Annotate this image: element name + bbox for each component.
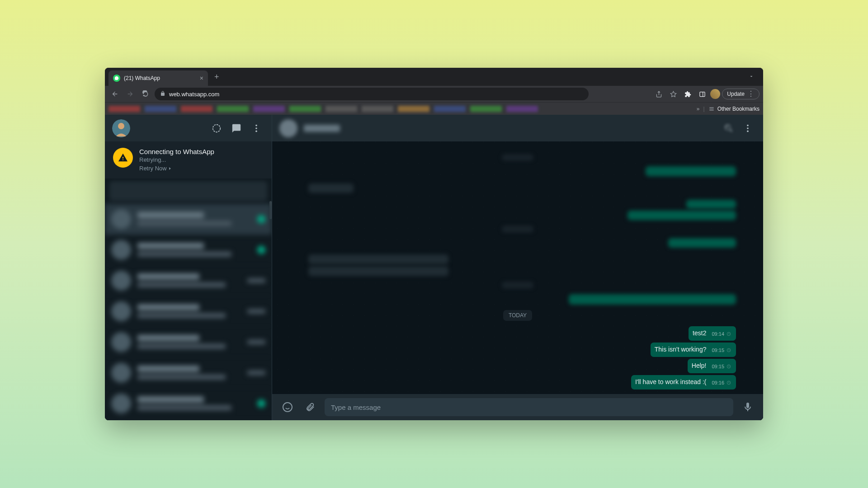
connection-subtitle: Retrying... — [139, 156, 214, 163]
bookmark-item[interactable] — [289, 106, 321, 112]
composer — [272, 394, 763, 420]
clock-icon — [726, 332, 732, 336]
peer-name[interactable] — [304, 125, 340, 132]
message-input-wrapper — [325, 398, 733, 416]
message-text: This isn't working? — [655, 345, 708, 354]
tab-close-icon[interactable]: × — [200, 75, 203, 82]
clock-icon — [726, 348, 732, 352]
browser-window: (21) WhatsApp × + web.whatsapp.com Updat… — [105, 68, 763, 420]
svg-point-5 — [255, 130, 257, 132]
search-in-chat-icon[interactable] — [721, 120, 737, 136]
message-in[interactable] — [308, 183, 354, 193]
status-icon[interactable] — [208, 120, 225, 136]
address-bar[interactable]: web.whatsapp.com — [155, 88, 589, 100]
back-button[interactable] — [108, 88, 121, 100]
nav-bar: web.whatsapp.com Update ⋮ — [105, 86, 763, 102]
bookmark-bar: » | Other Bookmarks — [105, 102, 763, 115]
chat-list-item[interactable] — [105, 204, 272, 235]
other-bookmarks-label: Other Bookmarks — [717, 106, 760, 112]
retry-label: Retry Now — [139, 165, 167, 172]
sidepanel-icon[interactable] — [696, 88, 708, 100]
message-list: TODAY test2 09:14 This isn't working? 09… — [272, 141, 763, 394]
attach-icon[interactable] — [302, 399, 318, 415]
tabs-dropdown-icon[interactable] — [743, 73, 760, 81]
my-avatar[interactable] — [112, 119, 130, 137]
chat-list-item[interactable] — [105, 235, 272, 265]
chat-list-item[interactable] — [105, 388, 272, 419]
message-out[interactable]: Help! 09:15 — [688, 359, 736, 373]
svg-point-2 — [213, 124, 221, 132]
emoji-icon[interactable] — [279, 399, 296, 415]
conversation-menu-icon[interactable] — [740, 120, 756, 136]
sidebar: Connecting to WhatsApp Retrying... Retry… — [105, 115, 272, 420]
bookmark-star-icon[interactable] — [667, 88, 679, 100]
bookmark-item[interactable] — [398, 106, 429, 112]
message-out[interactable]: test2 09:14 — [689, 326, 736, 341]
peer-avatar[interactable] — [279, 119, 297, 137]
chat-list-item[interactable] — [105, 357, 272, 388]
message-out[interactable] — [646, 166, 736, 176]
bookmark-item[interactable] — [506, 106, 538, 112]
connection-banner: Connecting to WhatsApp Retrying... Retry… — [105, 141, 272, 178]
warning-icon — [113, 148, 133, 168]
other-bookmarks-button[interactable]: Other Bookmarks — [708, 106, 760, 112]
extensions-icon[interactable] — [681, 88, 694, 100]
message-in[interactable] — [308, 254, 448, 264]
menu-icon[interactable] — [248, 120, 264, 136]
bookmark-item[interactable] — [362, 106, 393, 112]
message-input[interactable] — [331, 404, 727, 411]
whatsapp-app: Connecting to WhatsApp Retrying... Retry… — [105, 115, 763, 420]
bookmark-item[interactable] — [470, 106, 502, 112]
message-out[interactable]: I'll have to work instead :( 09:16 — [631, 375, 736, 389]
bookmark-item[interactable] — [434, 106, 466, 112]
message-in[interactable] — [308, 266, 448, 276]
day-separator — [502, 282, 533, 288]
chat-list-item[interactable] — [105, 265, 272, 296]
clock-icon — [726, 364, 732, 369]
update-button[interactable]: Update ⋮ — [722, 89, 760, 99]
conversation-header — [272, 115, 763, 141]
svg-point-6 — [747, 124, 749, 126]
url-text: web.whatsapp.com — [169, 91, 219, 98]
profile-avatar[interactable] — [710, 89, 720, 99]
tab-whatsapp[interactable]: (21) WhatsApp × — [108, 70, 208, 86]
tab-bar: (21) WhatsApp × + — [105, 68, 763, 86]
retry-now-link[interactable]: Retry Now — [139, 165, 172, 172]
reload-button[interactable] — [139, 88, 152, 100]
chat-list-item[interactable] — [105, 419, 272, 420]
svg-point-7 — [747, 127, 749, 129]
new-tab-button[interactable]: + — [210, 72, 224, 82]
update-label: Update — [727, 91, 745, 97]
bookmark-item[interactable] — [217, 106, 249, 112]
chat-list-item[interactable] — [105, 296, 272, 327]
message-time: 09:14 — [712, 330, 724, 338]
tab-title: (21) WhatsApp — [124, 75, 196, 81]
share-icon[interactable] — [652, 88, 665, 100]
search-input[interactable] — [109, 181, 267, 201]
message-time: 09:15 — [712, 362, 724, 371]
new-chat-icon[interactable] — [228, 120, 245, 136]
forward-button[interactable] — [124, 88, 137, 100]
message-out[interactable] — [668, 238, 736, 248]
day-separator — [502, 225, 533, 232]
bookmark-item[interactable] — [326, 106, 357, 112]
message-out[interactable] — [569, 294, 736, 305]
sidebar-header — [105, 115, 272, 141]
message-text: Help! — [692, 361, 708, 370]
bookmark-item[interactable] — [145, 106, 176, 112]
chat-list-item[interactable] — [105, 327, 272, 357]
svg-point-13 — [283, 403, 292, 412]
clock-icon — [726, 380, 732, 385]
message-out[interactable] — [686, 200, 736, 209]
svg-point-8 — [747, 130, 749, 132]
whatsapp-favicon — [113, 75, 120, 82]
mic-icon[interactable] — [740, 399, 756, 415]
bookmark-item[interactable] — [181, 106, 212, 112]
message-out[interactable]: This isn't working? 09:15 — [651, 343, 736, 357]
message-text: I'll have to work instead :( — [635, 378, 708, 386]
bookmark-overflow[interactable]: » — [697, 106, 700, 112]
bookmark-item[interactable] — [253, 106, 285, 112]
message-out[interactable] — [627, 211, 736, 220]
message-time: 09:15 — [712, 346, 724, 355]
bookmark-item[interactable] — [108, 106, 140, 112]
